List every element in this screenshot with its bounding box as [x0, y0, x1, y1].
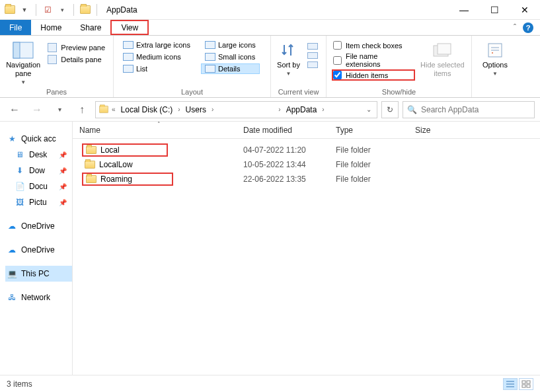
qat-dropdown2-icon[interactable]: ▾ — [56, 3, 68, 17]
svg-rect-14 — [527, 385, 530, 387]
tab-view[interactable]: View — [110, 20, 149, 35]
nav-desktop[interactable]: 🖥Desk📌 — [5, 147, 72, 163]
hide-selected-items-button: Hide selected items — [419, 38, 466, 78]
layout-details[interactable]: Details — [201, 63, 260, 74]
recent-locations-button[interactable]: ▾ — [50, 100, 69, 119]
refresh-button[interactable]: ↻ — [381, 101, 399, 118]
pin-icon: 📌 — [59, 183, 67, 190]
pin-icon: 📌 — [59, 151, 67, 159]
col-size[interactable]: Size — [415, 126, 540, 135]
layout-small[interactable]: Small icons — [201, 52, 260, 62]
folder-icon — [86, 146, 96, 154]
item-check-boxes[interactable]: Item check boxes — [332, 40, 415, 51]
layout-caption: Layout — [119, 87, 265, 96]
close-button[interactable]: ✕ — [510, 0, 540, 20]
layout-list[interactable]: List — [119, 63, 194, 74]
table-row[interactable]: LocalLow10-05-2022 13:44File folder — [73, 157, 540, 172]
address-folder-icon — [99, 106, 108, 113]
svg-rect-1 — [13, 42, 20, 58]
layout-large[interactable]: Large icons — [201, 40, 260, 50]
app-folder-icon — [4, 3, 16, 17]
col-type[interactable]: Type — [336, 126, 415, 135]
svg-rect-12 — [527, 381, 530, 383]
options-label: Options — [482, 61, 508, 69]
tab-file[interactable]: File — [0, 20, 31, 35]
layout-extralarge[interactable]: Extra large icons — [119, 40, 194, 50]
row-date: 22-06-2022 13:35 — [243, 175, 336, 184]
view-large-button[interactable] — [519, 378, 533, 390]
address-bar[interactable]: « Local Disk (C:)› Users› › AppData› ⌄ — [95, 101, 377, 118]
layout-medium[interactable]: Medium icons — [119, 52, 194, 62]
search-icon: 🔍 — [407, 105, 417, 114]
tab-share[interactable]: Share — [71, 20, 110, 35]
navigation-pane: ★Quick acc 🖥Desk📌 ⬇Dow📌 📄Docu📌 🖼Pictu📌 ☁… — [0, 122, 73, 375]
window-title: AppData — [104, 5, 137, 15]
hidden-items[interactable]: Hidden items — [332, 69, 415, 81]
nav-pictures[interactable]: 🖼Pictu📌 — [5, 194, 72, 210]
row-date: 04-07-2022 11:20 — [243, 145, 336, 155]
file-pane: Name˄ Date modified Type Size Local04-07… — [73, 122, 540, 375]
breadcrumb-prefix[interactable]: « — [110, 106, 117, 113]
table-row[interactable]: Roaming22-06-2022 13:35File folder — [73, 172, 540, 186]
nav-this-pc[interactable]: 💻This PC — [5, 266, 72, 282]
row-name: LocalLow — [99, 160, 133, 169]
maximize-button[interactable]: ☐ — [479, 0, 510, 20]
options-button[interactable]: Options ▼ — [477, 38, 513, 77]
crumb-appdata[interactable]: AppData — [284, 105, 320, 114]
nav-documents[interactable]: 📄Docu📌 — [5, 178, 72, 194]
quick-access-toolbar: ▼ ☑ ▾ — [0, 3, 104, 17]
column-headers: Name˄ Date modified Type Size — [73, 122, 540, 139]
minimize-button[interactable]: — — [449, 0, 479, 20]
forward-button[interactable]: → — [28, 100, 46, 119]
search-box[interactable]: 🔍 Search AppData — [403, 101, 535, 118]
nav-onedrive-1[interactable]: ☁OneDrive — [5, 218, 72, 234]
row-date: 10-05-2022 13:44 — [243, 160, 336, 169]
nav-onedrive-2[interactable]: ☁OneDrive — [5, 242, 72, 258]
title-folder-icon — [79, 3, 91, 17]
tab-home[interactable]: Home — [31, 20, 71, 35]
address-dropdown-icon[interactable]: ⌄ — [366, 106, 374, 113]
pin-icon: 📌 — [59, 167, 67, 175]
sort-by-label: Sort by — [277, 61, 300, 69]
ribbon-tabs: File Home Share View ˆ ? — [0, 20, 540, 36]
row-type: File folder — [336, 175, 415, 184]
ribbon-collapse-icon[interactable]: ˆ — [514, 23, 516, 32]
nav-network[interactable]: 🖧Network — [5, 290, 72, 305]
nav-quick-access[interactable]: ★Quick acc — [5, 131, 72, 147]
showhide-caption: Show/hide — [332, 87, 466, 96]
up-button[interactable]: ↑ — [73, 100, 91, 119]
crumb-users[interactable]: Users — [183, 105, 209, 114]
details-pane-button[interactable]: Details pane — [45, 54, 108, 65]
qat-dropdown-icon[interactable]: ▼ — [19, 3, 30, 17]
folder-icon — [85, 161, 95, 169]
add-columns-button[interactable] — [305, 52, 321, 59]
pin-icon: 📌 — [59, 199, 67, 206]
table-row[interactable]: Local04-07-2022 11:20File folder — [73, 143, 540, 157]
file-name-extensions[interactable]: File name extensions — [332, 51, 415, 69]
size-columns-button[interactable] — [305, 61, 321, 69]
svg-point-7 — [492, 52, 493, 54]
navigation-pane-button[interactable]: Navigation pane ▼ — [5, 38, 41, 86]
sort-by-button[interactable]: Sort by ▼ — [276, 38, 301, 77]
qat-properties-icon[interactable]: ☑ — [42, 3, 54, 17]
main-area: ★Quick acc 🖥Desk📌 ⬇Dow📌 📄Docu📌 🖼Pictu📌 ☁… — [0, 122, 540, 375]
svg-rect-3 — [438, 44, 451, 54]
row-type: File folder — [336, 160, 415, 169]
col-name[interactable]: Name˄ — [73, 126, 243, 135]
group-by-button[interactable] — [305, 42, 321, 50]
title-bar: ▼ ☑ ▾ AppData — ☐ ✕ — [0, 0, 540, 20]
ribbon: Navigation pane ▼ Preview pane Details p… — [0, 36, 540, 98]
search-placeholder: Search AppData — [421, 105, 479, 114]
hide-selected-label: Hide selected items — [419, 61, 466, 78]
nav-downloads[interactable]: ⬇Dow📌 — [5, 163, 72, 178]
crumb-localdisk[interactable]: Local Disk (C:) — [118, 105, 176, 114]
preview-pane-button[interactable]: Preview pane — [45, 42, 108, 53]
status-item-count: 3 items — [7, 379, 32, 389]
status-bar: 3 items — [0, 375, 540, 392]
help-icon[interactable]: ? — [523, 22, 533, 33]
col-date[interactable]: Date modified — [243, 126, 336, 135]
back-button[interactable]: ← — [5, 100, 24, 119]
row-type: File folder — [336, 145, 415, 155]
view-details-button[interactable] — [503, 378, 518, 390]
svg-rect-13 — [522, 385, 525, 387]
